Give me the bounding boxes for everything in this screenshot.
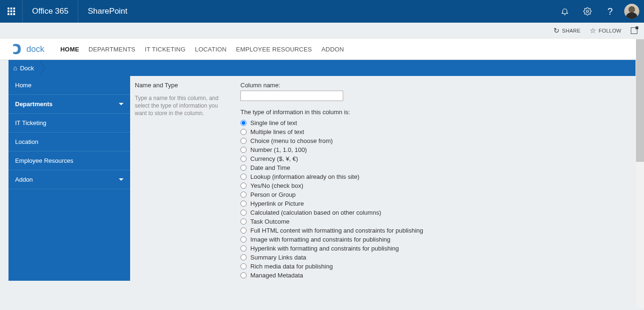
home-icon bbox=[13, 64, 17, 72]
column-type-radio[interactable] bbox=[240, 227, 247, 234]
bell-icon bbox=[561, 7, 569, 16]
column-type-option: Rich media data for publishing bbox=[240, 263, 632, 270]
column-type-label: Hyperlink with formatting and constraint… bbox=[250, 245, 399, 252]
column-type-radio[interactable] bbox=[240, 192, 247, 198]
column-type-label: Multiple lines of text bbox=[250, 128, 304, 135]
column-type-label: Person or Group bbox=[250, 191, 296, 198]
follow-button[interactable]: FOLLOW bbox=[590, 26, 621, 35]
sidebar-item-addon[interactable]: Addon bbox=[8, 170, 130, 189]
column-form: Name and Type Type a name for this colum… bbox=[130, 76, 636, 281]
follow-label: FOLLOW bbox=[599, 28, 621, 34]
column-type-option: Single line of text bbox=[240, 119, 632, 126]
settings-button[interactable] bbox=[576, 0, 599, 23]
fullscreen-button[interactable] bbox=[631, 27, 637, 34]
sidebar-item-departments[interactable]: Departments bbox=[8, 95, 130, 114]
column-type-label: Managed Metadata bbox=[250, 272, 303, 279]
column-type-label: Rich media data for publishing bbox=[250, 263, 333, 270]
column-type-radio[interactable] bbox=[240, 236, 247, 243]
breadcrumb-bar: Dock bbox=[8, 60, 636, 76]
suite-bar: Office 365 SharePoint ? bbox=[0, 0, 644, 23]
column-type-radio[interactable] bbox=[240, 156, 247, 162]
column-type-option: Yes/No (check box) bbox=[240, 182, 632, 189]
logo-icon bbox=[11, 42, 23, 56]
svg-point-0 bbox=[586, 10, 589, 13]
suite-brand[interactable]: Office 365 bbox=[23, 0, 78, 23]
column-type-radio[interactable] bbox=[240, 183, 247, 189]
column-type-radio[interactable] bbox=[240, 147, 247, 153]
scrollbar-thumb[interactable] bbox=[636, 39, 644, 162]
app-launcher-button[interactable] bbox=[0, 0, 23, 23]
sidebar-item-it-ticketing[interactable]: IT Ticketing bbox=[8, 114, 130, 133]
section-description: Type a name for this column, and select … bbox=[135, 94, 229, 117]
suite-app-name[interactable]: SharePoint bbox=[78, 7, 137, 16]
sidebar-item-label: IT Ticketing bbox=[15, 119, 46, 126]
nav-link-home[interactable]: HOME bbox=[60, 44, 79, 55]
fullscreen-icon bbox=[631, 27, 637, 34]
column-type-heading: The type of information in this column i… bbox=[240, 109, 632, 116]
column-type-option: Managed Metadata bbox=[240, 272, 632, 279]
sidebar-item-label: Departments bbox=[15, 101, 52, 108]
notifications-button[interactable] bbox=[553, 0, 576, 23]
column-type-option: Summary Links data bbox=[240, 254, 632, 261]
breadcrumb-home[interactable]: Dock bbox=[13, 60, 40, 76]
column-type-option: Task Outcome bbox=[240, 218, 632, 225]
share-label: SHARE bbox=[562, 28, 580, 34]
column-type-label: Image with formatting and constraints fo… bbox=[250, 236, 390, 243]
column-type-option: Choice (menu to choose from) bbox=[240, 137, 632, 144]
nav-link-it-ticketing[interactable]: IT TICKETING bbox=[145, 44, 185, 55]
share-button[interactable]: SHARE bbox=[553, 26, 581, 35]
waffle-icon bbox=[8, 8, 15, 15]
column-type-label: Number (1, 1.0, 100) bbox=[250, 146, 307, 153]
column-type-radio[interactable] bbox=[240, 254, 247, 260]
nav-link-location[interactable]: LOCATION bbox=[195, 44, 227, 55]
column-type-radio[interactable] bbox=[240, 138, 247, 144]
column-type-radio[interactable] bbox=[240, 129, 247, 135]
column-type-option: Multiple lines of text bbox=[240, 128, 632, 135]
column-type-radio[interactable] bbox=[240, 272, 247, 278]
column-type-radio[interactable] bbox=[240, 209, 247, 216]
column-type-radio[interactable] bbox=[240, 218, 247, 225]
gear-icon bbox=[583, 7, 592, 16]
help-button[interactable]: ? bbox=[599, 0, 621, 23]
nav-link-addon[interactable]: ADDON bbox=[322, 44, 344, 55]
breadcrumb-label: Dock bbox=[20, 65, 34, 72]
column-type-radio[interactable] bbox=[240, 263, 247, 269]
column-type-label: Task Outcome bbox=[250, 218, 289, 225]
nav-link-departments[interactable]: DEPARTMENTS bbox=[89, 44, 135, 55]
column-type-label: Currency ($, ¥, €) bbox=[250, 155, 298, 162]
site-logo[interactable]: dock bbox=[11, 42, 44, 56]
nav-link-employee-resources[interactable]: EMPLOYEE RESOURCES bbox=[236, 44, 312, 55]
sidebar-item-employee-resources[interactable]: Employee Resources bbox=[8, 151, 130, 170]
share-icon bbox=[553, 26, 560, 35]
column-type-option: Number (1, 1.0, 100) bbox=[240, 146, 632, 153]
column-type-option: Person or Group bbox=[240, 191, 632, 198]
column-type-label: Choice (menu to choose from) bbox=[250, 137, 333, 144]
user-avatar[interactable] bbox=[624, 4, 639, 19]
column-type-option: Currency ($, ¥, €) bbox=[240, 155, 632, 162]
column-type-radio[interactable] bbox=[240, 245, 247, 251]
sidebar-item-home[interactable]: Home bbox=[8, 76, 130, 95]
column-type-radio[interactable] bbox=[240, 165, 247, 171]
column-type-label: Full HTML content with formatting and co… bbox=[250, 227, 423, 234]
column-type-option: Hyperlink with formatting and constraint… bbox=[240, 245, 632, 252]
column-type-radio[interactable] bbox=[240, 120, 247, 126]
section-title: Name and Type bbox=[135, 82, 229, 89]
sidebar-item-label: Employee Resources bbox=[15, 157, 74, 164]
column-type-radio[interactable] bbox=[240, 174, 247, 180]
column-name-input[interactable] bbox=[240, 91, 343, 101]
column-type-label: Single line of text bbox=[250, 119, 297, 126]
column-type-option: Full HTML content with formatting and co… bbox=[240, 227, 632, 234]
chevron-down-icon bbox=[119, 178, 124, 181]
column-type-option: Calculated (calculation based on other c… bbox=[240, 209, 632, 216]
column-type-label: Lookup (information already on this site… bbox=[250, 173, 359, 180]
site-nav: dock HOMEDEPARTMENTSIT TICKETINGLOCATION… bbox=[0, 39, 644, 60]
column-type-label: Yes/No (check box) bbox=[250, 182, 303, 189]
column-type-radio[interactable] bbox=[240, 201, 247, 207]
column-type-label: Calculated (calculation based on other c… bbox=[250, 209, 381, 216]
left-navigation: HomeDepartmentsIT TicketingLocationEmplo… bbox=[8, 76, 130, 281]
column-type-label: Hyperlink or Picture bbox=[250, 200, 304, 207]
sidebar-item-label: Location bbox=[15, 138, 38, 145]
chevron-down-icon bbox=[119, 103, 124, 105]
sidebar-item-label: Addon bbox=[15, 176, 33, 183]
sidebar-item-location[interactable]: Location bbox=[8, 133, 130, 151]
